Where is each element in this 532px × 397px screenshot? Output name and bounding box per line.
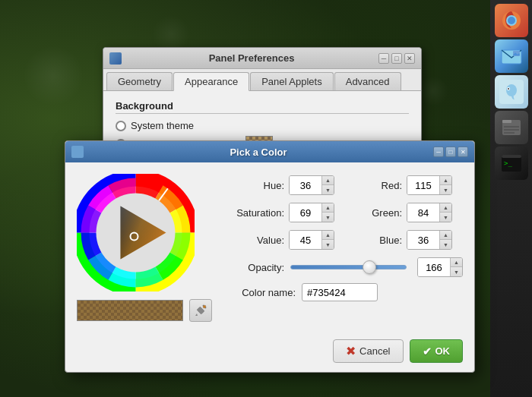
hue-down[interactable]: ▼ xyxy=(321,185,334,194)
green-down[interactable]: ▼ xyxy=(439,213,451,222)
svg-rect-13 xyxy=(504,129,519,131)
hue-input[interactable] xyxy=(290,176,321,194)
red-input[interactable] xyxy=(407,176,439,194)
bokeh-1 xyxy=(23,46,84,106)
eyedropper-icon xyxy=(194,304,207,317)
red-spinner[interactable]: ▲ ▼ xyxy=(407,175,452,195)
value-input[interactable] xyxy=(290,231,321,249)
cancel-icon: ✖ xyxy=(346,344,356,358)
preview-row xyxy=(77,299,212,322)
hue-label: Hue: xyxy=(227,180,284,191)
saturation-down[interactable]: ▼ xyxy=(321,213,334,222)
panel-prefs-tabs: Geometry Appearance Panel Applets Advanc… xyxy=(103,69,421,91)
sidebar-icon-mail[interactable] xyxy=(495,39,528,73)
eyedropper-button[interactable] xyxy=(189,299,212,322)
opacity-track[interactable] xyxy=(290,265,407,269)
svg-text:>_: >_ xyxy=(504,159,512,167)
svg-rect-16 xyxy=(502,155,521,158)
maximize-button[interactable]: □ xyxy=(391,53,402,64)
saturation-spinner[interactable]: ▲ ▼ xyxy=(289,203,334,222)
sidebar-icon-twitter[interactable] xyxy=(495,75,528,109)
color-dialog-minimize[interactable]: ─ xyxy=(433,147,444,157)
color-dialog-icon xyxy=(71,146,84,158)
color-name-label: Color name: xyxy=(227,287,296,298)
sidebar-icon-files[interactable] xyxy=(495,111,528,144)
color-dialog-maximize[interactable]: □ xyxy=(445,147,456,157)
green-up[interactable]: ▲ xyxy=(439,203,451,213)
system-theme-row: System theme xyxy=(116,120,409,131)
panel-prefs-controls: ─ □ ✕ xyxy=(378,53,415,64)
color-dialog-title: Pick a Color xyxy=(84,147,433,158)
blue-input[interactable] xyxy=(407,231,439,249)
color-wheel-area xyxy=(77,174,212,322)
saturation-row: Saturation: ▲ ▼ xyxy=(227,201,345,224)
saturation-up[interactable]: ▲ xyxy=(321,203,334,213)
opacity-input[interactable] xyxy=(418,258,450,276)
saturation-input[interactable] xyxy=(290,203,321,222)
value-down[interactable]: ▼ xyxy=(321,240,334,249)
tab-advanced[interactable]: Advanced xyxy=(334,72,401,90)
color-wheel-container[interactable] xyxy=(77,174,195,291)
green-spinner[interactable]: ▲ ▼ xyxy=(407,203,452,222)
pick-a-color-dialog: Pick a Color ─ □ ✕ xyxy=(65,140,475,373)
svg-rect-12 xyxy=(504,126,519,128)
value-row: Value: ▲ ▼ xyxy=(227,228,345,251)
panel-prefs-title: Panel Preferences xyxy=(125,52,378,64)
ok-label: OK xyxy=(435,345,451,357)
green-input[interactable] xyxy=(407,203,439,222)
tab-appearance[interactable]: Appearance xyxy=(173,72,249,91)
sidebar-icon-firefox[interactable] xyxy=(495,4,528,37)
bokeh-4 xyxy=(418,76,448,106)
cancel-button[interactable]: ✖ Cancel xyxy=(333,339,403,363)
blue-arrows: ▲ ▼ xyxy=(439,231,451,249)
svg-point-9 xyxy=(508,88,509,90)
hue-up[interactable]: ▲ xyxy=(321,176,334,185)
opacity-slider-container[interactable] xyxy=(290,260,407,275)
red-down[interactable]: ▼ xyxy=(439,185,451,194)
opacity-thumb[interactable] xyxy=(363,260,376,274)
blue-up[interactable]: ▲ xyxy=(439,231,451,240)
ok-icon: ✔ xyxy=(423,345,432,358)
opacity-spinner[interactable]: ▲ ▼ xyxy=(417,257,463,277)
tab-geometry[interactable]: Geometry xyxy=(106,72,173,90)
green-row: Green: ▲ ▼ xyxy=(345,201,463,224)
value-arrows: ▲ ▼ xyxy=(321,231,334,249)
color-controls: Hue: ▲ ▼ Saturation: xyxy=(227,174,463,322)
color-preview-strip xyxy=(77,300,183,321)
minimize-button[interactable]: ─ xyxy=(378,53,389,64)
color-dialog-body: Hue: ▲ ▼ Saturation: xyxy=(65,162,474,333)
green-arrows: ▲ ▼ xyxy=(439,203,451,222)
ok-button[interactable]: ✔ OK xyxy=(410,339,464,363)
panel-prefs-titlebar: Panel Preferences ─ □ ✕ xyxy=(103,48,421,69)
red-up[interactable]: ▲ xyxy=(439,176,451,185)
svg-point-26 xyxy=(203,305,206,308)
color-preview-overlay xyxy=(78,301,182,320)
value-up[interactable]: ▲ xyxy=(321,231,334,240)
close-button[interactable]: ✕ xyxy=(404,53,415,64)
hue-arrows: ▲ ▼ xyxy=(321,176,334,194)
blue-spinner[interactable]: ▲ ▼ xyxy=(407,230,452,250)
opacity-down[interactable]: ▼ xyxy=(450,267,462,276)
controls-grid: Hue: ▲ ▼ Saturation: xyxy=(227,174,463,251)
hue-row: Hue: ▲ ▼ xyxy=(227,174,345,197)
background-section-title: Background xyxy=(116,100,409,114)
color-name-row: Color name: xyxy=(227,283,463,301)
system-theme-label: System theme xyxy=(131,120,194,131)
cancel-label: Cancel xyxy=(359,345,390,357)
hue-spinner[interactable]: ▲ ▼ xyxy=(289,175,334,195)
opacity-label: Opacity: xyxy=(227,262,284,273)
color-name-input[interactable] xyxy=(302,283,378,301)
red-row: Red: ▲ ▼ xyxy=(345,174,463,197)
red-label: Red: xyxy=(345,180,402,191)
color-dialog-close[interactable]: ✕ xyxy=(458,147,468,157)
blue-down[interactable]: ▼ xyxy=(439,240,451,249)
red-arrows: ▲ ▼ xyxy=(439,176,451,194)
application-sidebar: >_ xyxy=(490,0,532,397)
tab-panel-applets[interactable]: Panel Applets xyxy=(250,72,334,90)
opacity-row: Opacity: ▲ ▼ xyxy=(227,257,463,277)
value-spinner[interactable]: ▲ ▼ xyxy=(289,230,334,250)
opacity-up[interactable]: ▲ xyxy=(450,258,462,267)
saturation-arrows: ▲ ▼ xyxy=(321,203,334,222)
system-theme-radio[interactable] xyxy=(116,121,126,131)
sidebar-icon-terminal[interactable]: >_ xyxy=(495,147,528,180)
